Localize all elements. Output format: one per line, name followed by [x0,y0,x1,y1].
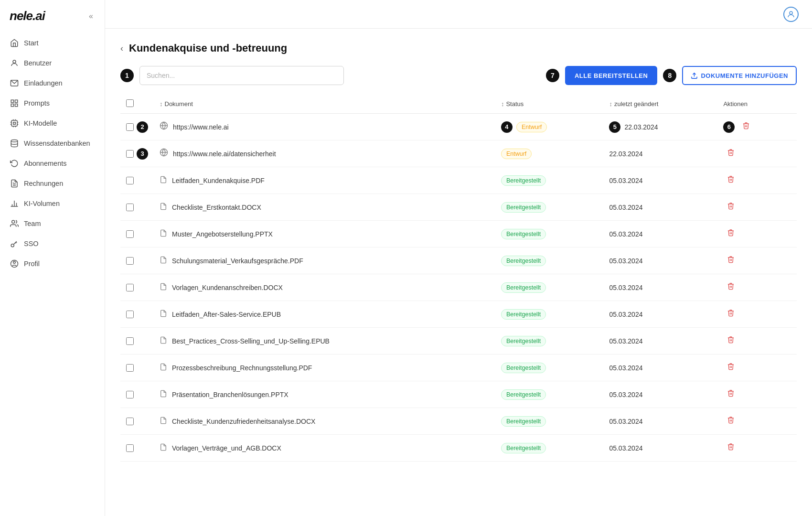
row-status-cell: 4Entwurf [495,114,604,140]
sidebar-label-rechnungen: Rechnungen [24,180,63,187]
row-date-cell: 05.03.2024 [603,381,717,408]
row-date: 05.03.2024 [609,444,642,452]
delete-button[interactable] [723,200,738,214]
delete-button[interactable] [723,361,738,375]
row-checkbox[interactable] [126,230,134,238]
row-date: 05.03.2024 [609,284,642,291]
sidebar-item-wissensdatenbanken[interactable]: Wissensdatenbanken [0,133,105,153]
delete-button[interactable] [723,147,738,161]
sidebar-label-ki-modelle: KI-Modelle [24,119,57,127]
svg-point-23 [12,220,15,223]
row-date: 22.03.2024 [609,150,642,158]
delete-button[interactable] [738,120,754,134]
delete-button[interactable] [723,387,738,401]
back-button[interactable]: ‹ [120,43,123,54]
row-actions-cell [717,194,797,221]
row-name: https://www.nele.ai/datensicherheit [173,150,276,158]
delete-button[interactable] [723,307,738,321]
row-checkbox[interactable] [126,150,134,158]
sidebar-item-benutzer[interactable]: Benutzer [0,53,105,73]
row-checkbox[interactable] [126,337,134,345]
row-name: Leitfaden_Kundenakquise.PDF [172,177,265,184]
row-status-cell: Bereitgestellt [495,381,604,408]
table-row: Prozessbeschreibung_Rechnungsstellung.PD… [120,355,797,381]
row-actions-cell [717,140,797,167]
svg-point-16 [11,140,18,142]
delete-button[interactable] [723,280,738,294]
row-checkbox[interactable] [126,257,134,265]
row-date-cell: 05.03.2024 [603,301,717,328]
row-date-cell: 05.03.2024 [603,221,717,247]
grid-icon [10,98,19,108]
row-name-cell: Checkliste_Erstkontakt.DOCX [154,194,495,221]
status-badge: Bereitgestellt [501,175,546,186]
row-date: 05.03.2024 [609,364,642,372]
row-checkbox[interactable] [126,177,134,184]
select-all-header [120,95,154,114]
delete-button[interactable] [723,173,738,187]
row-checkbox[interactable] [126,391,134,398]
svg-rect-2 [11,100,13,102]
delete-button[interactable] [723,414,738,428]
search-input[interactable] [139,66,344,85]
sidebar-item-sso[interactable]: SSO [0,234,105,254]
database-icon [10,139,19,148]
row-checkbox[interactable] [126,123,134,131]
key-icon [10,239,19,248]
status-badge: Entwurf [516,122,547,132]
row-date: 05.03.2024 [609,230,642,238]
row-checkbox[interactable] [126,364,134,372]
sidebar-item-prompts[interactable]: Prompts [0,93,105,113]
row-status-cell: Bereitgestellt [495,301,604,328]
sidebar-item-ki-volumen[interactable]: KI-Volumen [0,194,105,214]
select-all-checkbox[interactable] [126,99,134,107]
row-checkbox[interactable] [126,444,134,452]
row-status-cell: Bereitgestellt [495,328,604,355]
sidebar-item-ki-modelle[interactable]: KI-Modelle [0,113,105,133]
row-checkbox[interactable] [126,418,134,425]
row-checkbox-cell [120,194,154,221]
svg-rect-7 [13,122,16,125]
row-checkbox[interactable] [126,284,134,291]
row-name: Checkliste_Erstkontakt.DOCX [172,204,261,211]
row-checkbox[interactable] [126,311,134,318]
row-actions-cell [717,221,797,247]
svg-point-0 [13,60,16,63]
callout-1: 1 [120,69,134,82]
callout-3: 3 [137,148,148,160]
dokumente-hinzufuegen-button[interactable]: DOKUMENTE HINZUFÜGEN [682,66,797,85]
sidebar-item-abonnements[interactable]: Abonnements [0,153,105,173]
alle-bereitstellen-button[interactable]: ALLE BEREITSTELLEN [565,66,657,85]
row-name: Muster_Angebotserstellung.PPTX [172,230,273,238]
row-status-cell: Bereitgestellt [495,408,604,435]
row-name-cell: Vorlagen_Verträge_und_AGB.DOCX [154,435,495,462]
row-date-cell: 05.03.2024 [603,328,717,355]
callout-4: 4 [501,121,513,133]
row-checkbox-cell [120,301,154,328]
table-row: Präsentation_Branchenlösungen.PPTXBereit… [120,381,797,408]
row-date: 05.03.2024 [609,204,642,211]
row-name-cell: https://www.nele.ai/datensicherheit [154,140,495,167]
sidebar-label-start: Start [24,39,39,47]
sidebar-item-einladungen[interactable]: Einladungen [0,73,105,93]
collapse-button[interactable]: « [87,10,95,22]
row-checkbox[interactable] [126,204,134,211]
delete-button[interactable] [723,227,738,241]
delete-button[interactable] [723,334,738,348]
row-name-cell: Prozessbeschreibung_Rechnungsstellung.PD… [154,355,495,381]
page-header: ‹ Kundenakquise und -betreuung [120,42,797,54]
table-row: Checkliste_Kundenzufriedenheitsanalyse.D… [120,408,797,435]
user-profile-button[interactable] [783,7,799,22]
delete-button[interactable] [723,254,738,268]
sidebar-label-team: Team [24,220,41,227]
logo-area: nele.ai « [0,0,105,29]
sidebar-item-start[interactable]: Start [0,33,105,53]
row-checkbox-cell: 2 [120,114,154,140]
delete-button[interactable] [723,441,738,455]
sidebar-item-profil[interactable]: Profil [0,254,105,274]
sidebar-item-rechnungen[interactable]: Rechnungen [0,173,105,194]
row-date: 05.03.2024 [609,418,642,425]
row-checkbox-cell [120,408,154,435]
row-name: Präsentation_Branchenlösungen.PPTX [172,391,288,398]
sidebar-item-team[interactable]: Team [0,214,105,234]
